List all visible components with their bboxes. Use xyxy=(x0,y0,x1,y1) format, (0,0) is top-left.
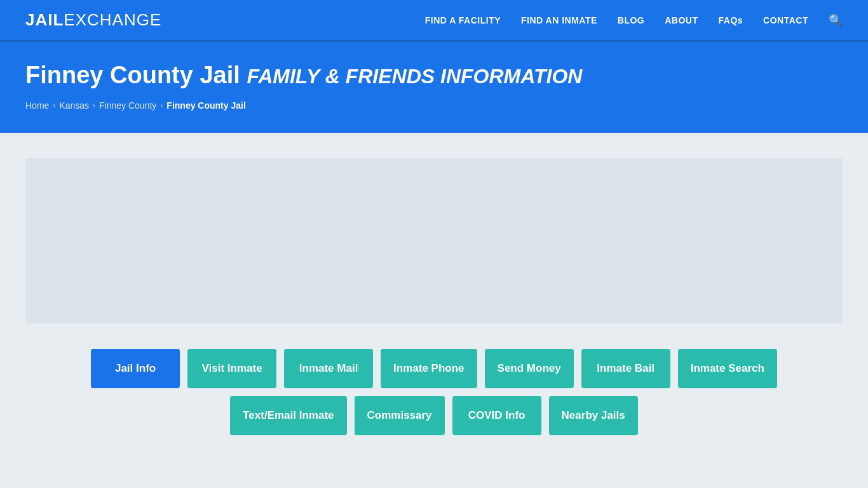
breadcrumb-finney-county[interactable]: Finney County xyxy=(99,100,156,111)
button-inmate-search[interactable]: Inmate Search xyxy=(678,349,777,388)
nav-faqs[interactable]: FAQs xyxy=(719,15,743,25)
page-title-main: Finney County Jail xyxy=(25,62,240,88)
button-text-email-inmate[interactable]: Text/Email Inmate xyxy=(230,396,346,435)
button-inmate-bail[interactable]: Inmate Bail xyxy=(581,349,670,388)
button-commissary[interactable]: Commissary xyxy=(355,396,445,435)
breadcrumb-sep-3: › xyxy=(160,101,163,110)
logo-jail: JAIL xyxy=(25,10,64,29)
search-icon[interactable]: 🔍 xyxy=(829,13,843,27)
page-title: Finney County Jail FAMILY & FRIENDS INFO… xyxy=(25,61,843,90)
nav-contact[interactable]: CONTACT xyxy=(763,15,808,25)
breadcrumb: Home › Kansas › Finney County › Finney C… xyxy=(25,100,843,111)
button-inmate-phone[interactable]: Inmate Phone xyxy=(381,349,477,388)
breadcrumb-home[interactable]: Home xyxy=(25,100,49,111)
main-nav: FIND A FACILITY FIND AN INMATE BLOG ABOU… xyxy=(425,13,843,27)
button-jail-info[interactable]: Jail Info xyxy=(91,349,180,388)
buttons-row-1: Jail Info Visit Inmate Inmate Mail Inmat… xyxy=(91,349,777,388)
hero-banner: Finney County Jail FAMILY & FRIENDS INFO… xyxy=(0,42,868,133)
ad-area xyxy=(25,158,843,323)
nav-find-inmate[interactable]: FIND AN INMATE xyxy=(521,15,597,25)
breadcrumb-sep-2: › xyxy=(93,101,95,110)
button-visit-inmate[interactable]: Visit Inmate xyxy=(187,349,276,388)
buttons-row-2: Text/Email Inmate Commissary COVID Info … xyxy=(230,396,638,435)
main-content: Jail Info Visit Inmate Inmate Mail Inmat… xyxy=(0,133,868,473)
breadcrumb-kansas[interactable]: Kansas xyxy=(59,100,89,111)
page-title-subtitle: FAMILY & FRIENDS INFORMATION xyxy=(247,65,582,88)
button-nearby-jails[interactable]: Nearby Jails xyxy=(549,396,638,435)
button-covid-info[interactable]: COVID Info xyxy=(452,396,541,435)
site-logo[interactable]: JAILEXCHANGE xyxy=(25,10,161,30)
nav-blog[interactable]: BLOG xyxy=(618,15,644,25)
buttons-section: Jail Info Visit Inmate Inmate Mail Inmat… xyxy=(25,349,843,435)
button-inmate-mail[interactable]: Inmate Mail xyxy=(284,349,373,388)
nav-about[interactable]: ABOUT xyxy=(665,15,698,25)
breadcrumb-sep-1: › xyxy=(53,101,55,110)
nav-find-facility[interactable]: FIND A FACILITY xyxy=(425,15,501,25)
button-send-money[interactable]: Send Money xyxy=(485,349,574,388)
logo-exchange: EXCHANGE xyxy=(64,10,161,29)
site-header: JAILEXCHANGE FIND A FACILITY FIND AN INM… xyxy=(0,0,868,42)
logo-text: JAILEXCHANGE xyxy=(25,10,161,30)
breadcrumb-finney-county-jail: Finney County Jail xyxy=(166,100,245,111)
